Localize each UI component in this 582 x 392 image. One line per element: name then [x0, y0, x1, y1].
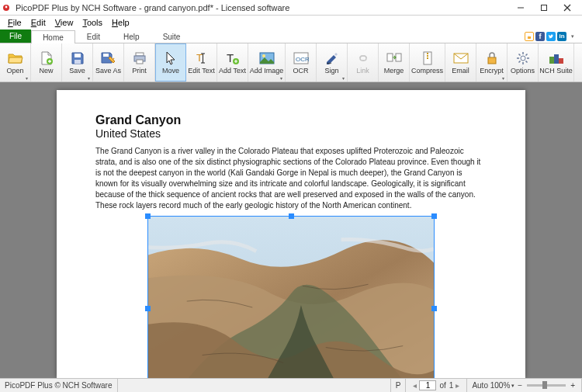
share-dropdown-icon[interactable]: ▾	[568, 32, 577, 41]
facebook-icon[interactable]: f	[535, 32, 545, 41]
print-icon	[133, 50, 147, 66]
twitter-icon[interactable]	[546, 32, 556, 41]
menu-bar: File Edit View Tools Help	[0, 16, 582, 29]
canyon-image	[148, 217, 434, 378]
maximize-button[interactable]	[532, 0, 556, 16]
pen-icon	[325, 50, 339, 66]
chevron-down-icon: ▾	[280, 75, 282, 81]
like-icon[interactable]	[525, 32, 534, 41]
compress-icon	[421, 50, 434, 66]
svg-rect-3	[542, 5, 547, 10]
zoom-label[interactable]: Auto 100%	[472, 381, 510, 390]
zoom-slider-thumb[interactable]	[542, 381, 547, 389]
window-title: PicoPDF Plus by NCH Software - grand can…	[16, 3, 509, 12]
resize-handle-r[interactable]	[431, 306, 437, 311]
social-icons: f in ▾	[525, 29, 582, 43]
toolbar: Open▾ New Save▾ Save As Print Move TEdit…	[0, 43, 582, 82]
sign-button[interactable]: Sign▾	[317, 43, 348, 82]
linkedin-icon[interactable]: in	[557, 32, 566, 41]
folder-open-icon	[8, 50, 23, 66]
link-button[interactable]: Link	[348, 43, 379, 82]
merge-button[interactable]: Merge	[379, 43, 410, 82]
addimage-button[interactable]: Add Image▾	[248, 43, 286, 82]
svg-rect-22	[396, 54, 401, 61]
cursor-icon	[165, 50, 177, 66]
minimize-button[interactable]	[509, 0, 532, 16]
new-document-icon	[40, 50, 53, 66]
email-icon	[453, 50, 469, 66]
nchsuite-button[interactable]: NCH Suite	[539, 43, 574, 82]
encrypt-button[interactable]: Encrypt▾	[476, 43, 508, 82]
doc-subheading[interactable]: United States	[95, 127, 487, 140]
svg-rect-29	[559, 58, 563, 64]
lock-icon	[486, 50, 498, 66]
zoom-slider[interactable]	[527, 384, 566, 387]
svg-rect-7	[74, 54, 81, 57]
tab-suite[interactable]: Suite	[151, 29, 192, 43]
ocr-button[interactable]: OCROCR	[286, 43, 317, 82]
resize-handle-tr[interactable]	[431, 213, 437, 219]
svg-rect-8	[74, 60, 81, 64]
menu-edit[interactable]: Edit	[26, 17, 50, 28]
edittext-icon: T	[195, 50, 209, 66]
svg-rect-9	[103, 54, 109, 57]
resize-handle-tl[interactable]	[145, 213, 151, 219]
chevron-down-icon: ▾	[88, 75, 90, 81]
new-button[interactable]: New	[31, 43, 62, 82]
status-app-label: PicoPDF Plus © NCH Software	[0, 379, 118, 392]
svg-rect-28	[554, 54, 559, 64]
ribbon-tabs: File Home Edit Help Suite f in ▾	[0, 29, 582, 43]
saveas-icon	[101, 50, 116, 66]
menu-help[interactable]: Help	[107, 17, 134, 28]
saveas-button[interactable]: Save As	[93, 43, 124, 82]
options-button[interactable]: Options	[508, 43, 539, 82]
page-current-input[interactable]	[419, 380, 436, 390]
doc-heading[interactable]: Grand Canyon	[95, 113, 487, 127]
edittext-button[interactable]: TEdit Text	[186, 43, 217, 82]
addtext-button[interactable]: TAdd Text	[217, 43, 248, 82]
doc-body-text[interactable]: The Grand Canyon is a river valley in th…	[95, 146, 487, 211]
resize-handle-t[interactable]	[289, 213, 294, 219]
page-prev-icon[interactable]: ◂	[411, 381, 419, 390]
svg-rect-25	[488, 57, 496, 64]
zoom-control: Auto 100% ▾ − +	[467, 379, 582, 392]
addtext-icon: T	[226, 50, 240, 66]
chevron-down-icon: ▾	[342, 75, 345, 81]
menu-tools[interactable]: Tools	[78, 17, 107, 28]
tab-file[interactable]: File	[0, 29, 31, 43]
menu-view[interactable]: View	[50, 17, 78, 28]
svg-point-18	[262, 54, 265, 57]
tab-edit[interactable]: Edit	[75, 29, 112, 43]
close-button[interactable]	[556, 0, 579, 16]
tab-home[interactable]: Home	[31, 30, 75, 43]
chevron-down-icon: ▾	[502, 75, 504, 81]
page-next-icon[interactable]: ▸	[453, 381, 462, 390]
svg-point-1	[5, 5, 8, 8]
selected-image[interactable]	[147, 216, 435, 378]
zoom-in-button[interactable]: +	[569, 381, 577, 390]
email-button[interactable]: Email	[445, 43, 476, 82]
suite-icon	[549, 50, 564, 66]
svg-rect-10	[136, 53, 144, 56]
document-page[interactable]: Grand Canyon United States The Grand Can…	[57, 90, 525, 378]
status-spacer	[118, 379, 391, 392]
svg-rect-27	[549, 57, 554, 64]
svg-point-26	[521, 56, 525, 61]
open-button[interactable]: Open▾	[0, 43, 31, 82]
tab-help[interactable]: Help	[112, 29, 151, 43]
status-bar: PicoPDF Plus © NCH Software P ◂ of 1 ▸ A…	[0, 378, 582, 392]
gear-icon	[516, 50, 530, 66]
workspace[interactable]: Grand Canyon United States The Grand Can…	[0, 82, 582, 378]
chevron-down-icon: ▾	[26, 75, 28, 81]
link-icon	[356, 50, 370, 66]
zoom-dropdown-icon[interactable]: ▾	[510, 383, 516, 389]
resize-handle-l[interactable]	[145, 306, 151, 311]
print-button[interactable]: Print	[124, 43, 155, 82]
save-button[interactable]: Save▾	[62, 43, 93, 82]
move-button[interactable]: Move	[155, 43, 186, 82]
menu-file[interactable]: File	[3, 17, 26, 28]
page-navigator: ◂ of 1 ▸	[406, 379, 467, 392]
title-bar: PicoPDF Plus by NCH Software - grand can…	[0, 0, 582, 16]
zoom-out-button[interactable]: −	[516, 381, 524, 390]
compress-button[interactable]: Compress	[410, 43, 445, 82]
